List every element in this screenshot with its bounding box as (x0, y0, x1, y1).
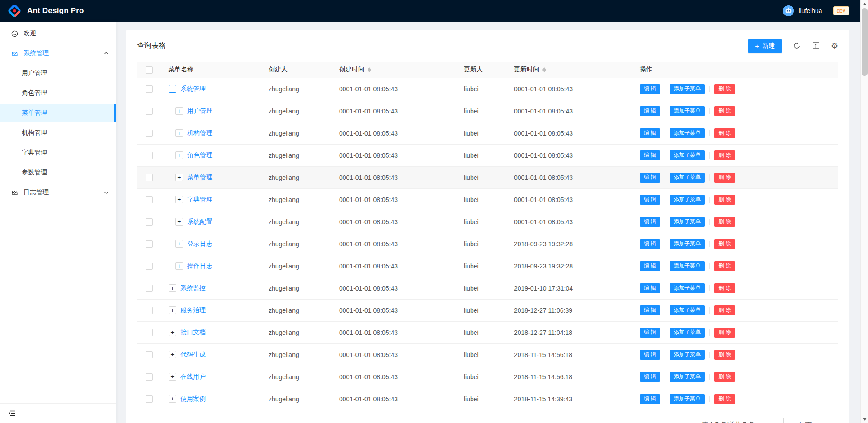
add-submenu-button[interactable]: 添加子菜单 (670, 261, 705, 271)
scrollbar-thumb[interactable] (862, 8, 868, 76)
add-submenu-button[interactable]: 添加子菜单 (670, 106, 705, 116)
sidebar-item-system-management[interactable]: 系统管理 (0, 44, 116, 62)
edit-button[interactable]: 编 辑 (640, 150, 660, 160)
column-header-creator[interactable]: 创建人 (261, 62, 332, 78)
menu-name-link[interactable]: 菜单管理 (187, 174, 212, 182)
row-checkbox[interactable] (146, 152, 153, 159)
delete-button[interactable]: 删 除 (714, 195, 735, 205)
edit-button[interactable]: 编 辑 (640, 328, 660, 338)
edit-button[interactable]: 编 辑 (640, 128, 660, 138)
scroll-down-arrow-icon[interactable] (861, 415, 868, 423)
row-checkbox[interactable] (146, 307, 153, 314)
sidebar-item-roles[interactable]: 角色管理 (0, 84, 116, 102)
sidebar-item-orgs[interactable]: 机构管理 (0, 124, 116, 142)
select-all-checkbox[interactable] (146, 66, 153, 74)
menu-name-link[interactable]: 服务治理 (180, 306, 206, 315)
page-1-button[interactable]: 1 (762, 418, 776, 423)
menu-name-link[interactable]: 登录日志 (187, 240, 212, 248)
add-submenu-button[interactable]: 添加子菜单 (670, 217, 705, 227)
edit-button[interactable]: 编 辑 (640, 372, 660, 382)
column-header-updated-time[interactable]: 更新时间 (507, 62, 632, 78)
delete-button[interactable]: 删 除 (714, 306, 735, 315)
row-checkbox[interactable] (146, 240, 153, 248)
row-checkbox[interactable] (146, 395, 153, 403)
expand-row-icon[interactable]: + (175, 151, 183, 159)
column-header-updater[interactable]: 更新人 (457, 62, 507, 78)
delete-button[interactable]: 删 除 (714, 328, 735, 338)
sidebar-item-welcome[interactable]: 欢迎 (0, 24, 116, 42)
expand-row-icon[interactable]: + (175, 218, 183, 226)
menu-name-link[interactable]: 操作日志 (187, 262, 212, 270)
add-submenu-button[interactable]: 添加子菜单 (670, 328, 705, 338)
delete-button[interactable]: 删 除 (714, 84, 735, 94)
delete-button[interactable]: 删 除 (714, 372, 735, 382)
expand-row-icon[interactable]: + (175, 240, 183, 248)
menu-fold-icon[interactable] (8, 409, 16, 417)
expand-row-icon[interactable]: + (169, 351, 176, 358)
delete-button[interactable]: 删 除 (714, 106, 735, 116)
density-icon[interactable] (811, 42, 820, 50)
delete-button[interactable]: 删 除 (714, 173, 735, 183)
username[interactable]: liufeihua (798, 7, 822, 14)
expand-row-icon[interactable]: + (175, 262, 183, 270)
sidebar-item-log-management[interactable]: 日志管理 (0, 183, 116, 202)
expand-row-icon[interactable]: + (169, 306, 176, 314)
add-submenu-button[interactable]: 添加子菜单 (670, 372, 705, 382)
add-submenu-button[interactable]: 添加子菜单 (670, 173, 705, 183)
delete-button[interactable]: 删 除 (714, 394, 735, 404)
edit-button[interactable]: 编 辑 (640, 173, 660, 183)
add-submenu-button[interactable]: 添加子菜单 (670, 283, 705, 293)
expand-row-icon[interactable]: + (169, 395, 176, 403)
row-checkbox[interactable] (146, 373, 153, 381)
menu-name-link[interactable]: 在线用户 (180, 373, 206, 381)
expand-row-icon[interactable]: + (175, 174, 183, 181)
edit-button[interactable]: 编 辑 (640, 394, 660, 404)
scroll-up-arrow-icon[interactable] (861, 0, 868, 8)
row-checkbox[interactable] (146, 174, 153, 181)
new-button[interactable]: + 新建 (748, 39, 782, 53)
add-submenu-button[interactable]: 添加子菜单 (670, 150, 705, 160)
sidebar-item-menus[interactable]: 菜单管理 (0, 104, 116, 122)
row-checkbox[interactable] (146, 85, 153, 93)
row-checkbox[interactable] (146, 329, 153, 336)
menu-name-link[interactable]: 使用案例 (180, 395, 206, 403)
row-checkbox[interactable] (146, 263, 153, 270)
row-checkbox[interactable] (146, 218, 153, 226)
row-checkbox[interactable] (146, 108, 153, 115)
expand-row-icon[interactable]: + (175, 129, 183, 137)
menu-name-link[interactable]: 系统配置 (187, 218, 212, 226)
edit-button[interactable]: 编 辑 (640, 306, 660, 315)
sorter-icon[interactable] (368, 67, 371, 72)
expand-row-icon[interactable]: + (175, 196, 183, 203)
add-submenu-button[interactable]: 添加子菜单 (670, 350, 705, 360)
reload-icon[interactable] (793, 42, 801, 50)
menu-name-link[interactable]: 角色管理 (187, 151, 212, 160)
add-submenu-button[interactable]: 添加子菜单 (670, 306, 705, 315)
row-checkbox[interactable] (146, 196, 153, 203)
sorter-icon[interactable] (542, 67, 546, 72)
settings-gear-icon[interactable]: ⚙ (830, 42, 839, 50)
menu-name-link[interactable]: 系统管理 (180, 85, 206, 93)
delete-button[interactable]: 删 除 (714, 350, 735, 360)
delete-button[interactable]: 删 除 (714, 217, 735, 227)
sidebar-item-params[interactable]: 参数管理 (0, 164, 116, 182)
add-submenu-button[interactable]: 添加子菜单 (670, 195, 705, 205)
delete-button[interactable]: 删 除 (714, 150, 735, 160)
edit-button[interactable]: 编 辑 (640, 217, 660, 227)
edit-button[interactable]: 编 辑 (640, 84, 660, 94)
menu-name-link[interactable]: 字典管理 (187, 196, 212, 204)
add-submenu-button[interactable]: 添加子菜单 (670, 394, 705, 404)
sidebar-item-dicts[interactable]: 字典管理 (0, 144, 116, 162)
row-checkbox[interactable] (146, 130, 153, 137)
edit-button[interactable]: 编 辑 (640, 106, 660, 116)
edit-button[interactable]: 编 辑 (640, 195, 660, 205)
column-header-created-time[interactable]: 创建时间 (332, 62, 457, 78)
menu-name-link[interactable]: 代码生成 (180, 351, 206, 359)
add-submenu-button[interactable]: 添加子菜单 (670, 128, 705, 138)
add-submenu-button[interactable]: 添加子菜单 (670, 239, 705, 249)
expand-row-icon[interactable]: + (169, 284, 176, 292)
row-checkbox[interactable] (146, 351, 153, 358)
expand-row-icon[interactable]: + (169, 373, 176, 381)
edit-button[interactable]: 编 辑 (640, 283, 660, 293)
menu-name-link[interactable]: 接口文档 (180, 329, 206, 337)
